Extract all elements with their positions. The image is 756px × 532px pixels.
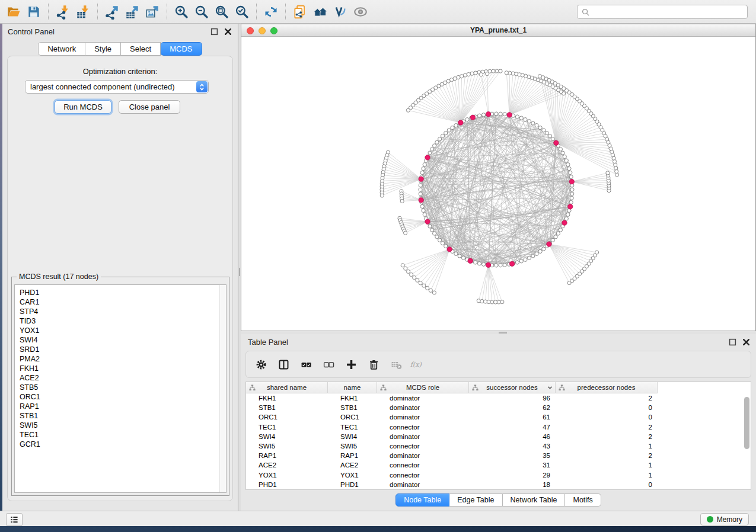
window-minimize-button[interactable] xyxy=(259,27,266,34)
close-panel-icon[interactable] xyxy=(224,28,232,36)
export-network-button[interactable] xyxy=(102,2,122,21)
refresh-button[interactable] xyxy=(261,2,281,21)
table-settings-gear-button[interactable] xyxy=(252,355,270,374)
mcds-result-item[interactable]: FKH1 xyxy=(20,364,226,373)
mcds-result-item[interactable]: ORC1 xyxy=(20,392,226,402)
mcds-list-scrollbar[interactable] xyxy=(219,285,226,492)
tab-network-table[interactable]: Network Table xyxy=(503,493,566,507)
table-cell: PHD1 xyxy=(328,480,377,489)
new-network-from-selection-button[interactable] xyxy=(290,2,310,21)
task-history-button[interactable] xyxy=(6,513,23,526)
column-header-predecessor-nodes[interactable]: predecessor nodes xyxy=(556,382,658,393)
control-panel-tabs: NetworkStyleSelectMCDS xyxy=(2,42,238,56)
table-row[interactable]: STB1STB1dominator620 xyxy=(246,403,751,412)
column-header-shared-name[interactable]: shared name xyxy=(246,382,328,393)
show-column-button[interactable] xyxy=(275,355,292,374)
open-file-button[interactable] xyxy=(4,2,24,21)
show-column-icon xyxy=(277,358,290,371)
control-panel-title: Control Panel xyxy=(8,27,55,36)
mcds-result-item[interactable]: GCR1 xyxy=(20,440,226,449)
table-row[interactable]: SWI4SWI4dominator462 xyxy=(246,432,751,441)
memory-button[interactable]: Memory xyxy=(700,513,749,525)
search-input[interactable] xyxy=(592,6,744,18)
network-canvas[interactable] xyxy=(241,37,755,331)
table-row[interactable]: TEC1TEC1connector472 xyxy=(246,422,751,432)
mcds-result-item[interactable]: STB1 xyxy=(20,411,226,421)
tab-edge-table[interactable]: Edge Table xyxy=(449,493,502,507)
close-table-panel-icon[interactable] xyxy=(742,338,750,346)
table-cell: SWI4 xyxy=(328,432,377,441)
table-cell: YOX1 xyxy=(246,470,328,480)
column-header-successor-nodes[interactable]: successor nodes xyxy=(469,382,556,393)
table-cell: 46 xyxy=(469,432,556,441)
tab-select[interactable]: Select xyxy=(121,42,161,56)
float-panel-icon[interactable] xyxy=(210,28,218,36)
close-panel-button[interactable]: Close panel xyxy=(119,100,180,114)
mcds-tab-content: Optimization criterion: largest connecte… xyxy=(7,56,233,501)
zoom-out-button[interactable] xyxy=(192,2,212,21)
table-row[interactable]: PHD1PHD1dominator180 xyxy=(246,480,751,489)
table-cell: SWI5 xyxy=(246,441,328,451)
mcds-result-item[interactable]: TID3 xyxy=(20,316,226,326)
run-mcds-button[interactable]: Run MCDS xyxy=(55,100,111,114)
criterion-select[interactable]: largest connected component (undirected) xyxy=(25,80,209,94)
mcds-result-item[interactable]: ACE2 xyxy=(20,373,226,383)
table-row[interactable]: YOX1YOX1connector291 xyxy=(246,470,751,480)
mcds-result-item[interactable]: PHD1 xyxy=(20,288,226,297)
mcds-result-item[interactable]: CAR1 xyxy=(20,297,226,307)
delete-column-trash-button[interactable] xyxy=(365,355,382,374)
mcds-result-item[interactable]: RAP1 xyxy=(20,402,226,411)
zoom-fit-button[interactable] xyxy=(212,2,232,21)
float-table-panel-icon[interactable] xyxy=(729,338,736,346)
zoom-out-icon xyxy=(194,4,209,20)
column-header-MCDS-role[interactable]: MCDS role xyxy=(377,382,469,393)
import-table-button[interactable] xyxy=(73,2,93,21)
save-session-button[interactable] xyxy=(24,2,44,21)
table-row[interactable]: FKH1FKH1dominator962 xyxy=(246,393,751,403)
first-neighbors-button[interactable] xyxy=(310,2,330,21)
list-icon xyxy=(9,515,19,524)
export-image-button[interactable] xyxy=(142,2,162,21)
select-all-checkboxes-button[interactable] xyxy=(297,355,315,374)
mcds-result-item[interactable]: SWI5 xyxy=(20,421,226,430)
table-cell: 0 xyxy=(556,403,658,412)
criterion-selected-value: largest connected component (undirected) xyxy=(25,82,196,91)
tab-network[interactable]: Network xyxy=(38,42,85,56)
tab-node-table[interactable]: Node Table xyxy=(395,493,449,507)
mcds-result-item[interactable]: PMA2 xyxy=(20,354,226,364)
show-hide-eye-button[interactable] xyxy=(350,2,371,21)
deselect-all-checkboxes-button[interactable] xyxy=(320,355,337,374)
mcds-result-item[interactable]: SWI4 xyxy=(20,335,226,345)
mcds-result-item[interactable]: SRD1 xyxy=(20,345,226,354)
import-network-button[interactable] xyxy=(53,2,73,21)
table-row[interactable]: ACE2ACE2connector311 xyxy=(246,460,751,470)
table-cell: 0 xyxy=(556,412,658,422)
mcds-result-item[interactable]: STP4 xyxy=(20,307,226,316)
mcds-result-item[interactable]: YOX1 xyxy=(20,326,226,335)
table-cell: 2 xyxy=(556,422,658,432)
optimization-criterion-label: Optimization criterion: xyxy=(8,67,232,76)
tab-motifs[interactable]: Motifs xyxy=(565,493,601,507)
add-column-button[interactable] xyxy=(342,355,360,374)
select-all-checkboxes-icon xyxy=(300,358,312,371)
zoom-in-button[interactable] xyxy=(171,2,192,21)
table-cell: 1 xyxy=(556,460,658,470)
toggle-graphics-details-button[interactable] xyxy=(330,2,350,21)
tab-mcds[interactable]: MCDS xyxy=(161,42,202,56)
tab-style[interactable]: Style xyxy=(85,42,121,56)
mcds-result-item[interactable]: STB5 xyxy=(20,383,226,392)
table-scrollbar-thumb[interactable] xyxy=(744,397,749,449)
table-scrollbar[interactable] xyxy=(744,395,750,488)
open-file-icon xyxy=(6,4,21,20)
table-row[interactable]: SWI5SWI5connector431 xyxy=(246,441,751,451)
column-header-name[interactable]: name xyxy=(328,382,377,393)
window-maximize-button[interactable] xyxy=(270,27,277,34)
zoom-fit-icon xyxy=(214,4,229,20)
window-close-button[interactable] xyxy=(247,27,254,34)
table-row[interactable]: ORC1ORC1dominator610 xyxy=(246,412,751,422)
export-table-button[interactable] xyxy=(122,2,142,21)
import-table-icon xyxy=(75,4,91,20)
mcds-result-item[interactable]: TEC1 xyxy=(20,430,226,440)
table-row[interactable]: RAP1RAP1dominator352 xyxy=(246,451,751,460)
zoom-selected-button[interactable] xyxy=(232,2,252,21)
